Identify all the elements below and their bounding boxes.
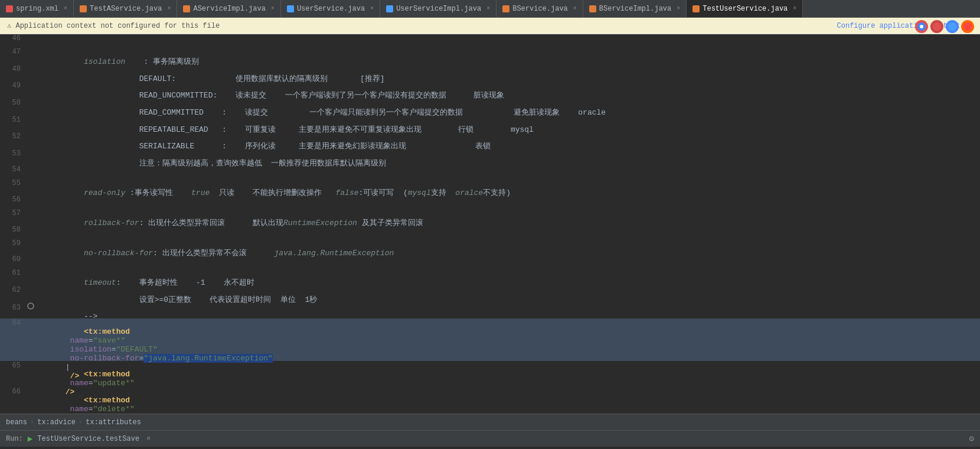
- xml-file-icon: [6, 5, 13, 12]
- line-number: 62: [0, 286, 27, 294]
- tab-label: spring.xml: [16, 5, 58, 13]
- tab-label: BServiceImpl.java: [599, 5, 671, 13]
- line-number: 52: [0, 132, 27, 141]
- run-bar-left: Run: ▶ TestUserService.testSave ×: [6, 434, 151, 444]
- tab-close-icon[interactable]: ×: [370, 5, 374, 12]
- line-number: 60: [0, 255, 27, 263]
- line-number: 54: [0, 165, 27, 174]
- tab-close-icon[interactable]: ×: [573, 5, 577, 12]
- line-number: 58: [0, 226, 27, 234]
- line-number: 64: [0, 319, 27, 327]
- code-line-59: 59 no-rollback-for: 出现什么类型异常不会滚 java.lan…: [0, 239, 980, 256]
- code-editor[interactable]: 46 47 isolation : 事务隔离级别 48 DEFAULT: 使用数…: [0, 34, 980, 414]
- line-number: 63: [0, 304, 27, 312]
- code-line-63: 63 -->: [0, 302, 980, 318]
- browser-icons: [915, 20, 974, 33]
- code-line-54: 54: [0, 165, 980, 178]
- line-number: 55: [0, 179, 27, 187]
- tab-close-icon[interactable]: ×: [677, 5, 680, 12]
- code-line-58: 58: [0, 226, 980, 239]
- tab-close-icon[interactable]: ×: [167, 5, 171, 12]
- line-number: 66: [0, 388, 27, 396]
- java-file-icon: [692, 5, 700, 12]
- line-number: 47: [0, 48, 27, 56]
- code-line-48: 48 DEFAULT: 使用数据库默认的隔离级别 [推荐]: [0, 64, 980, 82]
- svg-point-2: [933, 22, 941, 31]
- chrome-icon: [915, 20, 928, 33]
- line-number: 53: [0, 149, 27, 158]
- line-number: 49: [0, 82, 27, 90]
- tab-aservice[interactable]: AServiceImpl.java ×: [177, 0, 280, 17]
- run-test-name: TestUserService.testSave: [37, 435, 139, 443]
- tab-label: TestUserService.java: [703, 5, 788, 13]
- settings-gear-icon[interactable]: ⚙: [969, 434, 974, 444]
- java-file-icon: [287, 5, 294, 12]
- tab-testA[interactable]: TestAService.java ×: [74, 0, 177, 17]
- code-line-55: 55 read-only :事务读写性 true 只读 不能执行增删改操作 fa…: [0, 178, 980, 196]
- line-number: 51: [0, 116, 27, 124]
- code-line-46: 46: [0, 34, 980, 47]
- line-number: 48: [0, 65, 27, 73]
- svg-point-3: [948, 22, 956, 31]
- code-line-50: 50 READ_COMMITTED : 读提交 一个客户端只能读到另一个客户端提…: [0, 98, 980, 115]
- breadcrumb-beans[interactable]: beans: [6, 418, 27, 427]
- circle-marker-icon: [27, 302, 34, 310]
- tab-close-icon[interactable]: ×: [486, 5, 490, 12]
- breadcrumb-txattributes[interactable]: tx:attributes: [86, 418, 141, 427]
- line-number: 46: [0, 34, 27, 43]
- code-line-51: 51 REPEATABLE_READ : 可重复读 主要是用来避免不可重复读现象…: [0, 115, 980, 132]
- java-file-icon: [80, 5, 87, 12]
- code-line-52: 52 SERIALIZABLE : 序列化读 主要是用来避免幻影读现象出现 表锁: [0, 132, 980, 149]
- tab-testuserservice[interactable]: TestUserService.java ×: [687, 0, 803, 17]
- code-line-66: 66 <tx:method name="delete*" />: [0, 387, 980, 414]
- edge-icon: [946, 20, 959, 33]
- java-file-icon: [589, 5, 596, 12]
- java-file-icon: [502, 5, 509, 12]
- java-file-icon: [386, 5, 393, 12]
- code-line-49: 49 READ_UNCOMMITTED: 读未提交 一个客户端读到了另一个客户端…: [0, 81, 980, 98]
- line-number: 50: [0, 99, 27, 107]
- code-line-62: 62 设置>=0正整数 代表设置超时时间 单位 1秒: [0, 285, 980, 302]
- line-content: <tx:method name="delete*" />: [35, 387, 980, 414]
- svg-point-1: [920, 25, 923, 28]
- tab-spring-xml[interactable]: spring.xml ×: [0, 0, 74, 17]
- code-line-53: 53 注意：隔离级别越高，查询效率越低 一般推荐使用数据库默认隔离级别: [0, 149, 980, 166]
- breadcrumb-txadvice[interactable]: tx:advice: [37, 418, 76, 427]
- tab-close-icon[interactable]: ×: [64, 5, 67, 12]
- code-line-57: 57 rollback-for: 出现什么类型异常回滚 默认出现RuntimeE…: [0, 209, 980, 226]
- tab-bserviceimpl[interactable]: BServiceImpl.java ×: [583, 0, 687, 17]
- breadcrumb-bar: beans › tx:advice › tx:attributes: [0, 414, 980, 430]
- line-number: 65: [0, 362, 27, 370]
- run-bar: Run: ▶ TestUserService.testSave × ⚙: [0, 430, 980, 447]
- tab-label: BService.java: [512, 5, 568, 13]
- warning-text: ⚠ Application context not configured for…: [7, 21, 220, 30]
- svg-point-4: [963, 22, 972, 31]
- breadcrumb-separator: ›: [79, 418, 83, 427]
- tab-close-icon[interactable]: ×: [793, 5, 796, 12]
- code-line-60: 60: [0, 255, 980, 268]
- tab-close-icon[interactable]: ×: [271, 5, 275, 12]
- java-file-icon: [183, 5, 190, 12]
- tab-bservice[interactable]: BService.java ×: [496, 0, 583, 17]
- code-line-65: 65 <tx:method name="update*" />: [0, 361, 980, 388]
- code-line-64: 64 <tx:method name="save*" isolation="DE…: [0, 318, 980, 361]
- tab-label: UserServiceImpl.java: [396, 5, 481, 13]
- line-number: 59: [0, 239, 27, 248]
- tab-bar: spring.xml × TestAService.java × AServic…: [0, 0, 980, 18]
- run-play-icon: ▶: [28, 434, 32, 444]
- line-number: 57: [0, 209, 27, 217]
- tab-userservice[interactable]: UserService.java ×: [281, 0, 380, 17]
- firefox-icon: [930, 20, 943, 33]
- warning-bar: ⚠ Application context not configured for…: [0, 18, 980, 34]
- line-number: 61: [0, 269, 27, 277]
- run-close-icon[interactable]: ×: [146, 435, 151, 443]
- run-label: Run:: [6, 435, 23, 443]
- line-number: 56: [0, 196, 27, 204]
- tab-label: TestAService.java: [90, 5, 162, 13]
- breadcrumb-separator: ›: [30, 418, 34, 427]
- code-line-47: 47 isolation : 事务隔离级别: [0, 47, 980, 64]
- code-line-61: 61 timeout: 事务超时性 -1 永不超时: [0, 268, 980, 285]
- tab-label: AServiceImpl.java: [193, 5, 265, 13]
- tab-label: UserService.java: [297, 5, 365, 13]
- tab-userserviceimpl[interactable]: UserServiceImpl.java ×: [380, 0, 496, 17]
